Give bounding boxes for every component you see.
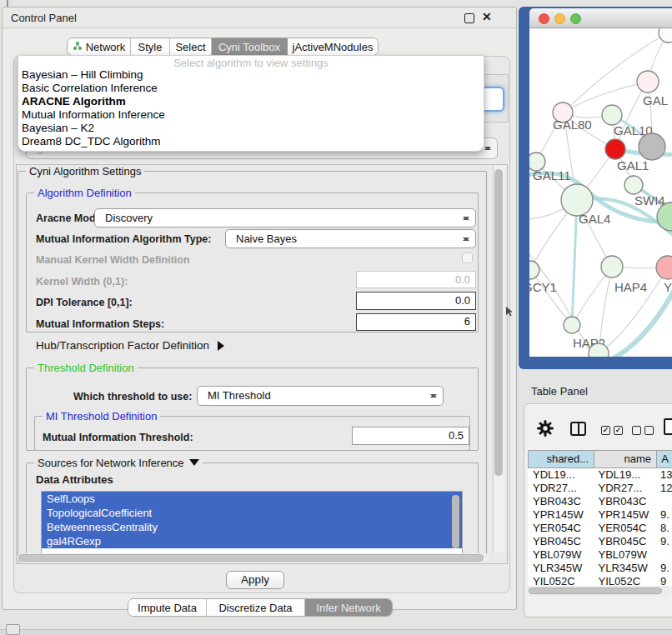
document-icon[interactable] <box>664 418 672 435</box>
minimized-panel-icon[interactable] <box>6 624 20 635</box>
sources-legend[interactable]: Sources for Network Inference <box>34 457 203 469</box>
attribute-item[interactable]: gal4RGexp <box>42 534 462 548</box>
table-cell: YIL052C <box>528 575 594 586</box>
table-row[interactable]: YBR045CYBR045C9. <box>528 535 672 548</box>
table-row[interactable]: YIL052CYIL052C9 <box>528 575 672 586</box>
tab-network[interactable]: Network <box>68 38 131 55</box>
table-cell: YER054C <box>594 522 656 535</box>
network-view-window[interactable]: GALGAL80GAL10GAL1GAL11GAL4SWI4GCY1HAP4YH… <box>519 7 672 369</box>
network-canvas[interactable]: GALGAL80GAL10GAL1GAL11GAL4SWI4GCY1HAP4YH… <box>529 28 672 357</box>
hub-definition-toggle[interactable]: Hub/Transcription Factor Definition <box>36 339 224 352</box>
mi-steps-field[interactable]: 6 <box>356 313 476 331</box>
table-cell: 13 <box>655 468 672 482</box>
table-row[interactable]: YLR345WYLR345W9. <box>528 562 672 575</box>
kernel-width-field[interactable]: 0.0 <box>356 271 476 288</box>
checked-box-icon[interactable]: ✓ <box>601 426 610 435</box>
table-cell: 9. <box>655 535 672 548</box>
tab-label: Select <box>175 41 205 53</box>
table-row[interactable]: YBR043CYBR043C <box>528 495 672 508</box>
cyni-settings-legend: Cyni Algorithm Settings <box>26 165 144 178</box>
mouse-cursor <box>506 307 514 317</box>
screen: Control Panel ✕ NetworkStyleSelectCyni T… <box>0 0 672 635</box>
aracne-mode-value: Discovery <box>105 209 153 227</box>
table-cell: 9. <box>655 508 672 522</box>
apply-button[interactable]: Apply <box>226 571 284 589</box>
table-cell: 9. <box>655 562 672 575</box>
control-panel-tabs: NetworkStyleSelectCyni ToolboxjActiveMNo… <box>67 38 379 56</box>
algorithm-option[interactable]: Dream8 DC_TDC Algorithm <box>22 135 480 148</box>
algorithm-option[interactable]: Bayesian – Hill Climbing <box>22 68 480 82</box>
tab-select[interactable]: Select <box>170 38 212 55</box>
tab-infer-network[interactable]: Infer Network <box>305 599 392 616</box>
table-row[interactable]: YPR145WYPR145W9. <box>528 508 672 522</box>
table-panel-title: Table Panel <box>531 385 588 398</box>
attribute-item[interactable]: BetweennessCentrality <box>42 520 462 534</box>
table-row[interactable]: YER054CYER054C8. <box>528 522 672 535</box>
close-traffic-light-icon[interactable] <box>539 13 549 24</box>
table-row[interactable]: YDR27...YDR27...12 <box>528 482 672 495</box>
mi-threshold-field[interactable]: 0.5 <box>352 427 469 445</box>
network-node-swi4[interactable] <box>624 176 643 194</box>
attribute-item[interactable]: TopologicalCoefficient <box>42 506 462 520</box>
network-node-hap4[interactable] <box>601 256 623 278</box>
network-window-titlebar[interactable] <box>529 8 672 28</box>
table-cell: YBL079W <box>528 548 594 562</box>
attributes-scrollbar[interactable] <box>452 495 459 548</box>
unchecked-box-icon[interactable] <box>632 426 641 435</box>
tab-cyni-toolbox[interactable]: Cyni Toolbox <box>212 38 288 55</box>
network-node-gal[interactable] <box>637 71 659 92</box>
dpi-tolerance-label: DPI Tolerance [0,1]: <box>36 297 133 308</box>
control-panel-title: Control Panel <box>11 12 77 24</box>
node-label: GCY1 <box>529 280 557 294</box>
column-header[interactable]: A <box>656 451 672 468</box>
close-icon[interactable]: ✕ <box>482 10 492 23</box>
table-row[interactable]: YDL19...YDL19...13 <box>528 468 672 482</box>
table-row[interactable]: YBL079WYBL079W <box>528 548 672 562</box>
tab-style[interactable]: Style <box>131 38 170 55</box>
node-label: SWI4 <box>634 193 665 208</box>
settings-hscrollbar-thumb[interactable] <box>18 554 484 562</box>
algorithm-option[interactable]: Bayesian – K2 <box>22 122 480 135</box>
combo-arrows-icon <box>430 391 437 401</box>
attribute-item[interactable]: SelfLoops <box>42 492 462 506</box>
zoom-traffic-light-icon[interactable] <box>570 13 581 24</box>
network-node-gal1[interactable] <box>605 139 625 159</box>
collapse-down-icon <box>189 459 199 466</box>
aracne-mode-combo[interactable]: Discovery <box>94 208 476 228</box>
algorithm-definition-legend: Algorithm Definition <box>34 187 135 199</box>
algorithm-option[interactable]: ARACNE Algorithm <box>22 95 480 108</box>
algorithm-popup-items: Bayesian – Hill ClimbingBasic Correlatio… <box>22 68 480 148</box>
tab-impute-data[interactable]: Impute Data <box>128 599 207 616</box>
unchecked-box-icon[interactable] <box>644 426 654 435</box>
mi-algo-type-label: Mutual Information Algorithm Type: <box>36 233 211 245</box>
column-header[interactable]: shared... <box>528 451 594 468</box>
algorithm-option[interactable]: Basic Correlation Inference <box>22 82 480 95</box>
table-cell: YPR145W <box>528 508 594 522</box>
minimize-traffic-light-icon[interactable] <box>554 13 565 24</box>
checked-box-icon[interactable]: ✓ <box>614 426 623 435</box>
network-node-y[interactable] <box>656 256 672 279</box>
tab-label: Discretize Data <box>218 602 292 614</box>
network-node[interactable] <box>639 133 665 160</box>
network-node-gal10[interactable] <box>602 105 622 125</box>
manual-kernel-checkbox[interactable] <box>462 252 473 263</box>
tab-discretize-data[interactable]: Discretize Data <box>207 599 305 616</box>
dpi-tolerance-field[interactable]: 0.0 <box>356 292 476 310</box>
data-attributes-list[interactable]: SelfLoopsTopologicalCoefficientBetweenne… <box>41 491 463 554</box>
network-node-hap2[interactable] <box>564 317 580 333</box>
table-hscrollbar-thumb[interactable] <box>529 588 662 594</box>
which-threshold-combo[interactable]: MI Threshold <box>197 386 444 406</box>
column-header[interactable]: name <box>594 451 656 468</box>
table-cell: YPR145W <box>594 508 656 522</box>
network-node-gcy1[interactable] <box>529 261 539 279</box>
gear-icon[interactable] <box>537 420 554 437</box>
settings-vscrollbar-thumb[interactable] <box>494 169 503 476</box>
tab-jactivemnodules[interactable]: jActiveMNodules <box>288 38 378 55</box>
bottom-tabs: Impute DataDiscretize DataInfer Network <box>128 598 393 617</box>
algorithm-option[interactable]: Mutual Information Inference <box>22 108 480 122</box>
mi-algo-type-combo[interactable]: Naive Bayes <box>225 229 476 248</box>
network-node[interactable] <box>659 28 672 42</box>
split-table-icon[interactable] <box>570 422 586 436</box>
bottom-strip <box>0 629 672 635</box>
float-icon[interactable] <box>464 13 474 23</box>
